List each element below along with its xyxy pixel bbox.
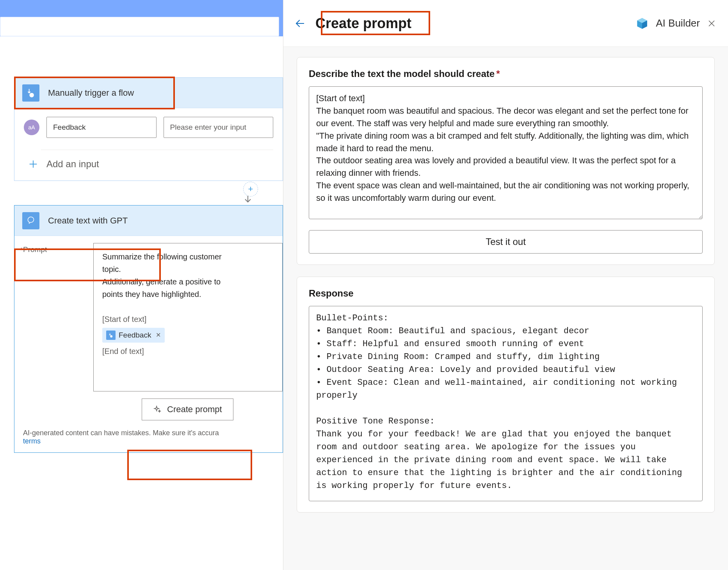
add-step-button[interactable]: + bbox=[243, 182, 258, 197]
canvas-search-input[interactable] bbox=[0, 17, 279, 36]
gpt-title: Create text with GPT bbox=[48, 216, 128, 226]
end-tag: [End of text] bbox=[102, 347, 144, 356]
prompt-label: * Prompt bbox=[23, 243, 82, 391]
chip-remove-icon[interactable]: ✕ bbox=[156, 330, 161, 340]
start-tag: [Start of text] bbox=[102, 315, 146, 323]
param-placeholder-field[interactable]: Please enter your input bbox=[164, 117, 274, 138]
top-ribbon bbox=[0, 0, 283, 17]
ai-builder-icon bbox=[635, 17, 649, 30]
describe-textarea[interactable] bbox=[309, 86, 703, 219]
trigger-icon bbox=[22, 84, 39, 102]
text-type-avatar: aA bbox=[24, 120, 39, 135]
gpt-icon bbox=[22, 212, 39, 229]
brand-label: AI Builder bbox=[656, 17, 700, 29]
flow-canvas: Manually trigger a flow aA Feedback Plea… bbox=[0, 0, 283, 570]
create-prompt-label: Create prompt bbox=[167, 404, 222, 415]
required-marker: * bbox=[496, 68, 500, 79]
svg-point-0 bbox=[30, 93, 34, 97]
describe-label: Describe the text the model should creat… bbox=[309, 68, 703, 79]
required-marker: * bbox=[20, 246, 23, 255]
canvas-search-row bbox=[0, 17, 283, 36]
chip-label: Feedback bbox=[119, 329, 151, 341]
prompt-textarea[interactable]: Summarize the following customer topic. … bbox=[93, 243, 283, 391]
close-icon[interactable] bbox=[707, 19, 716, 28]
panel-title: Create prompt bbox=[315, 15, 411, 32]
param-name-field[interactable]: Feedback bbox=[46, 117, 157, 138]
connector: + bbox=[242, 182, 259, 205]
plus-icon bbox=[28, 159, 39, 170]
create-prompt-panel: Create prompt AI Builder Describe the te… bbox=[283, 0, 728, 570]
describe-card: Describe the text the model should creat… bbox=[297, 57, 715, 265]
feedback-token-chip[interactable]: Feedback ✕ bbox=[102, 328, 165, 343]
test-it-out-button[interactable]: Test it out bbox=[309, 230, 703, 254]
sparkle-icon bbox=[153, 405, 162, 414]
response-output[interactable]: Bullet-Points: • Banquet Room: Beautiful… bbox=[309, 306, 703, 501]
back-arrow-icon[interactable] bbox=[294, 18, 306, 29]
gpt-action-card[interactable]: Create text with GPT * Prompt Summarize … bbox=[14, 205, 283, 453]
ai-disclaimer: AI-generated content can have mistakes. … bbox=[14, 427, 283, 452]
response-card: Response Bullet-Points: • Banquet Room: … bbox=[297, 277, 715, 513]
svg-point-3 bbox=[110, 336, 112, 338]
add-input-button[interactable]: Add an input bbox=[14, 150, 283, 180]
terms-link[interactable]: terms bbox=[23, 437, 41, 445]
trigger-title: Manually trigger a flow bbox=[48, 88, 134, 98]
arrow-down-icon bbox=[242, 196, 254, 204]
response-label: Response bbox=[309, 288, 703, 299]
gpt-header[interactable]: Create text with GPT bbox=[14, 205, 283, 236]
prompt-row: * Prompt Summarize the following custome… bbox=[14, 236, 283, 391]
add-input-label: Add an input bbox=[46, 159, 99, 170]
panel-header: Create prompt AI Builder bbox=[283, 0, 728, 47]
touch-icon bbox=[106, 331, 116, 340]
trigger-card[interactable]: Manually trigger a flow aA Feedback Plea… bbox=[14, 77, 283, 181]
trigger-header[interactable]: Manually trigger a flow bbox=[14, 78, 283, 108]
trigger-body: aA Feedback Please enter your input bbox=[14, 108, 283, 140]
create-prompt-button[interactable]: Create prompt bbox=[142, 398, 233, 420]
panel-body: Describe the text the model should creat… bbox=[283, 47, 728, 570]
highlight-create-prompt bbox=[127, 450, 252, 480]
